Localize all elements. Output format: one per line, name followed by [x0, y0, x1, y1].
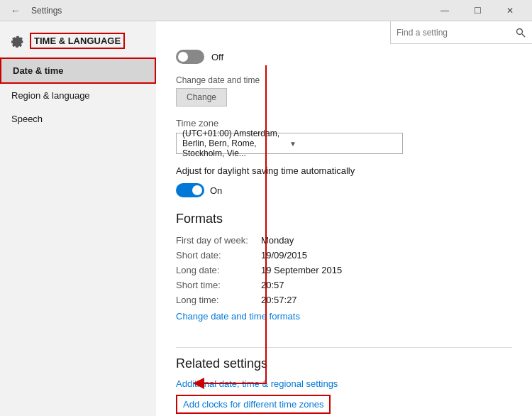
- format-key-3: Short time:: [176, 280, 261, 290]
- window-controls: — ☐ ✕: [428, 0, 526, 21]
- search-input[interactable]: [391, 25, 509, 40]
- format-val-1: 19/09/2015: [261, 250, 307, 261]
- auto-time-row: Off: [176, 50, 512, 64]
- minimize-button[interactable]: —: [428, 0, 461, 21]
- toggle-knob: [178, 52, 188, 62]
- table-row: Long date: 19 September 2015: [176, 265, 512, 275]
- change-formats-link[interactable]: Change date and time formats: [176, 311, 300, 322]
- search-icon[interactable]: [509, 21, 532, 44]
- content-panel: Off Change date and time Change Time zon…: [156, 21, 532, 416]
- table-row: Short date: 19/09/2015: [176, 250, 512, 261]
- table-row: First day of week: Monday: [176, 235, 512, 246]
- formats-heading: Formats: [176, 212, 512, 226]
- formats-table: First day of week: Monday Short date: 19…: [176, 235, 512, 305]
- format-key-2: Long date:: [176, 265, 261, 275]
- daylight-toggle[interactable]: [176, 183, 204, 197]
- sidebar-item-speech[interactable]: Speech: [0, 107, 156, 131]
- timezone-label: Time zone: [176, 118, 512, 128]
- sidebar-header: TIME & LANGUAGE: [0, 27, 156, 58]
- change-date-time-label: Change date and time: [176, 75, 512, 85]
- related-settings-heading: Related settings: [176, 356, 512, 371]
- sidebar-item-date-time[interactable]: Date & time: [0, 58, 156, 84]
- table-row: Long time: 20:57:27: [176, 295, 512, 305]
- table-row: Short time: 20:57: [176, 280, 512, 290]
- gear-icon: [11, 35, 24, 48]
- svg-point-0: [517, 28, 523, 34]
- chevron-down-icon: ▼: [289, 140, 397, 148]
- sidebar-heading: TIME & LANGUAGE: [30, 33, 125, 49]
- timezone-dropdown[interactable]: (UTC+01:00) Amsterdam, Berlin, Bern, Rom…: [176, 133, 403, 154]
- app-container: TIME & LANGUAGE Date & time Region & lan…: [0, 21, 532, 416]
- format-key-4: Long time:: [176, 295, 261, 305]
- sidebar-nav: Date & time Region & language Speech: [0, 58, 156, 131]
- timezone-value: (UTC+01:00) Amsterdam, Berlin, Bern, Rom…: [182, 128, 289, 158]
- additional-date-link[interactable]: Additional date, time & regional setting…: [176, 378, 512, 389]
- auto-time-label: Off: [211, 52, 223, 62]
- auto-time-toggle[interactable]: [176, 50, 204, 64]
- maximize-button[interactable]: ☐: [461, 0, 494, 21]
- format-key-1: Short date:: [176, 250, 261, 261]
- format-key-0: First day of week:: [176, 235, 261, 246]
- daylight-toggle-text: On: [210, 185, 222, 196]
- daylight-toggle-row: On: [176, 183, 512, 197]
- search-bar: [390, 21, 532, 44]
- daylight-saving-label: Adjust for daylight saving time automati…: [176, 165, 512, 176]
- sidebar-item-region-language[interactable]: Region & language: [0, 84, 156, 107]
- back-button[interactable]: ←: [6, 1, 26, 21]
- sidebar: TIME & LANGUAGE Date & time Region & lan…: [0, 21, 156, 416]
- window-title: Settings: [31, 6, 62, 16]
- svg-line-1: [522, 34, 525, 37]
- close-button[interactable]: ✕: [494, 0, 526, 21]
- format-val-0: Monday: [261, 235, 294, 246]
- divider: [176, 347, 512, 348]
- format-val-4: 20:57:27: [261, 295, 297, 305]
- title-bar: ← Settings — ☐ ✕: [0, 0, 532, 21]
- toggle-knob-on: [192, 185, 202, 195]
- change-date-time-button[interactable]: Change: [176, 88, 227, 106]
- title-bar-left: ← Settings: [6, 1, 62, 21]
- content-body: Off Change date and time Change Time zon…: [156, 50, 532, 416]
- format-val-2: 19 September 2015: [261, 265, 342, 275]
- format-val-3: 20:57: [261, 280, 284, 290]
- add-clocks-link[interactable]: Add clocks for different time zones: [176, 395, 331, 414]
